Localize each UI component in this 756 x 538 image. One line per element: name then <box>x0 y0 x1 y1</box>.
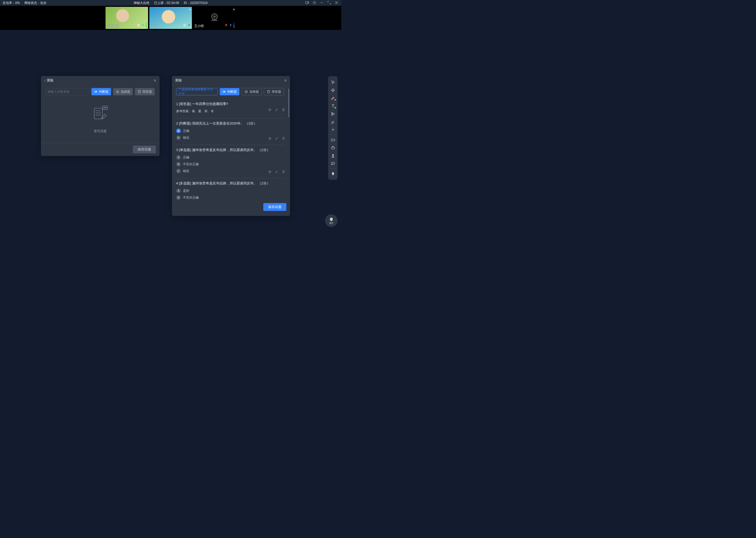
question-title: 4 [多选题] 施华洛世奇是反华品牌，所以梁鼎琪反华。 （2分） <box>176 181 285 186</box>
camera-off-icon <box>209 11 220 25</box>
svg-point-28 <box>223 91 224 92</box>
svg-point-9 <box>184 25 185 26</box>
mic-icon <box>229 23 232 28</box>
svg-point-6 <box>138 25 139 26</box>
video-tile-student-1[interactable]: × Nina <box>149 7 192 29</box>
option-text: 是的 <box>183 188 189 193</box>
chat-tool-icon[interactable] <box>328 159 338 167</box>
user-tool-icon[interactable] <box>328 152 338 159</box>
scissors-tool-icon[interactable] <box>328 110 338 118</box>
question-option[interactable]: A正确 <box>176 129 285 133</box>
video-name: 王小明 <box>194 24 204 28</box>
add-choice-button[interactable]: 选择题 <box>113 88 133 95</box>
folder-tool-icon[interactable] <box>328 136 338 144</box>
svg-point-32 <box>334 81 334 81</box>
option-bullet: A <box>176 188 181 193</box>
hand-raise-badge[interactable]: 0/2 <box>325 214 338 227</box>
close-icon[interactable] <box>334 1 339 6</box>
tool-separator <box>330 168 336 169</box>
option-bullet: B <box>176 135 181 140</box>
add-short-button[interactable]: 简答题 <box>135 88 155 95</box>
add-judge-button[interactable]: 判断题 <box>220 88 239 95</box>
question-option[interactable]: B不完全正确 <box>176 162 285 167</box>
toolbox-tool-icon[interactable] <box>328 144 338 152</box>
move-question-icon[interactable] <box>268 108 272 112</box>
delete-question-icon[interactable] <box>282 108 285 112</box>
svg-rect-0 <box>306 2 308 4</box>
svg-rect-10 <box>189 24 190 26</box>
move-tool-icon[interactable] <box>328 86 338 94</box>
svg-rect-7 <box>143 24 143 26</box>
tool-sidebar <box>328 76 338 180</box>
edit-question-icon[interactable] <box>275 170 278 175</box>
delete-question-icon[interactable] <box>282 136 285 141</box>
svg-point-36 <box>332 129 333 130</box>
video-name: 叮当老师 <box>107 24 119 28</box>
audio-levels <box>146 23 147 28</box>
back-icon[interactable]: ‹ <box>44 79 45 82</box>
settings-icon[interactable] <box>312 1 316 6</box>
status-bar: 丢包率：0% 网络状态：良好 神秘大自然 已上课：02:34:09 ID：202… <box>0 0 341 6</box>
svg-rect-15 <box>230 24 231 26</box>
video-name: Nina <box>150 25 157 28</box>
svg-rect-30 <box>267 90 269 93</box>
option-bullet: A <box>176 155 181 160</box>
question-list: 1 [简答题] 一年四季分别是哪四季?参考答案：春、夏、秋、冬 2 [判断题] … <box>176 99 285 200</box>
record-icon[interactable] <box>305 1 309 6</box>
empty-state: 暂无试题 <box>45 99 155 135</box>
panel-title: 测验 <box>175 78 182 83</box>
question-title: 2 [判断题] 我国宪法上一次更新是在2020年。 （2分） <box>176 121 285 126</box>
empty-quiz-icon <box>89 104 111 126</box>
text-tool-icon[interactable] <box>328 102 338 110</box>
panel-title: 测验 <box>47 78 54 83</box>
add-short-button[interactable]: 简答题 <box>264 88 284 95</box>
mic-icon <box>141 23 145 28</box>
quiz-name-input[interactable] <box>45 88 89 95</box>
video-close-icon[interactable]: × <box>233 7 235 12</box>
question-option[interactable]: B不完全正确 <box>176 195 285 200</box>
svg-point-26 <box>105 107 105 108</box>
scrollbar[interactable] <box>288 88 289 117</box>
svg-rect-37 <box>331 147 334 149</box>
minimize-icon[interactable] <box>320 1 324 6</box>
mic-muted-icon <box>224 23 228 28</box>
question-item: 1 [简答题] 一年四季分别是哪四季?参考答案：春、夏、秋、冬 <box>176 99 285 119</box>
move-question-icon[interactable] <box>268 170 272 175</box>
video-close-icon[interactable]: × <box>189 7 191 12</box>
add-judge-button[interactable]: 判断题 <box>91 88 111 95</box>
option-bullet: B <box>176 195 181 200</box>
save-quiz-button[interactable]: 保存试卷 <box>133 145 156 153</box>
video-tile-student-2[interactable]: × 王小明 <box>193 7 236 29</box>
question-actions <box>268 170 285 175</box>
quiz-name-input[interactable]: 产品说试卷名称最多十六个字 <box>176 88 217 95</box>
video-tile-teacher[interactable]: 叮当老师 <box>106 7 148 29</box>
record-indicator-icon <box>137 23 140 28</box>
brightness-tool-icon[interactable] <box>328 126 338 134</box>
question-option[interactable]: A是的 <box>176 188 285 193</box>
question-item: 2 [判断题] 我国宪法上一次更新是在2020年。 （2分）A正确B错误 <box>176 119 285 145</box>
panel-header: 测验 ✕ <box>172 76 290 85</box>
eraser-tool-icon[interactable] <box>328 118 338 126</box>
panel-close-icon[interactable]: ✕ <box>154 79 157 82</box>
pen-tool-icon[interactable] <box>328 94 338 102</box>
svg-point-27 <box>106 107 106 108</box>
question-option[interactable]: A正确 <box>176 155 285 160</box>
quiz-panel-empty: ‹ 测验 ✕ 判断题 选择题 简答题 <box>41 76 160 156</box>
edit-question-icon[interactable] <box>275 108 278 112</box>
record-indicator-icon <box>183 23 186 28</box>
svg-point-25 <box>104 107 104 108</box>
edit-question-icon[interactable] <box>275 136 278 141</box>
save-quiz-button[interactable]: 保存试卷 <box>263 203 286 211</box>
add-choice-button[interactable]: 选择题 <box>242 88 262 95</box>
mic-icon <box>187 23 191 28</box>
move-question-icon[interactable] <box>268 136 272 141</box>
option-text: 正确 <box>183 129 189 133</box>
panel-close-icon[interactable]: ✕ <box>284 79 287 82</box>
option-bullet: A <box>176 129 181 133</box>
svg-point-1 <box>314 2 315 3</box>
question-actions <box>268 136 285 141</box>
maximize-icon[interactable] <box>327 1 331 6</box>
cursor-tool-icon[interactable] <box>328 78 338 86</box>
bell-tool-icon[interactable] <box>328 170 338 178</box>
delete-question-icon[interactable] <box>282 170 285 175</box>
